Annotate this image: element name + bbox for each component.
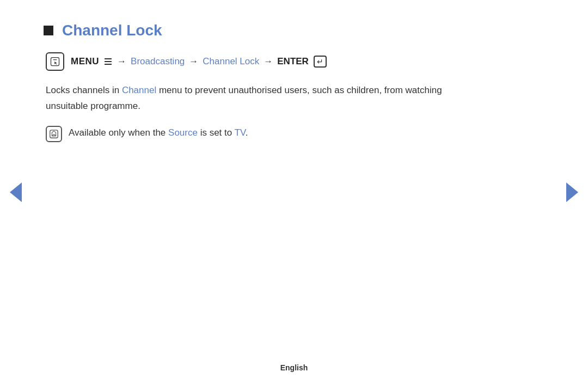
title-square-icon [44, 26, 53, 35]
menu-label: MENU [71, 56, 99, 67]
arrow-3: → [264, 56, 273, 67]
tv-word: TV [235, 127, 246, 138]
title-row: Channel Lock [44, 22, 479, 39]
channel-word: Channel [122, 85, 156, 95]
menu-path-row: MENU → Broadcasting → Channel Lock → ENT… [46, 52, 479, 71]
note-icon [46, 126, 62, 142]
channel-lock-link: Channel Lock [203, 56, 259, 67]
arrow-2: → [189, 56, 198, 67]
nav-arrow-left[interactable] [10, 182, 22, 202]
note-row: Available only when the Source is set to… [46, 125, 479, 142]
menu-bars-icon [105, 58, 112, 65]
footer-language: English [280, 363, 308, 372]
note-text-middle: is set to [198, 127, 235, 138]
source-word: Source [168, 127, 198, 138]
main-content: Channel Lock MENU → Broadcasting → Chann… [0, 0, 523, 164]
enter-label: ENTER [277, 56, 309, 67]
page-title: Channel Lock [62, 22, 162, 39]
description-text: Locks channels in Channel menu to preven… [46, 83, 479, 114]
note-text-after: . [246, 127, 248, 138]
arrow-1: → [117, 56, 126, 67]
note-text-before: Available only when the [69, 127, 168, 138]
enter-icon: ↵ [314, 56, 327, 68]
nav-arrow-right[interactable] [566, 182, 578, 202]
menu-icon [46, 52, 64, 71]
svg-rect-0 [51, 58, 59, 66]
broadcasting-link: Broadcasting [131, 56, 185, 67]
note-text: Available only when the Source is set to… [69, 125, 248, 141]
